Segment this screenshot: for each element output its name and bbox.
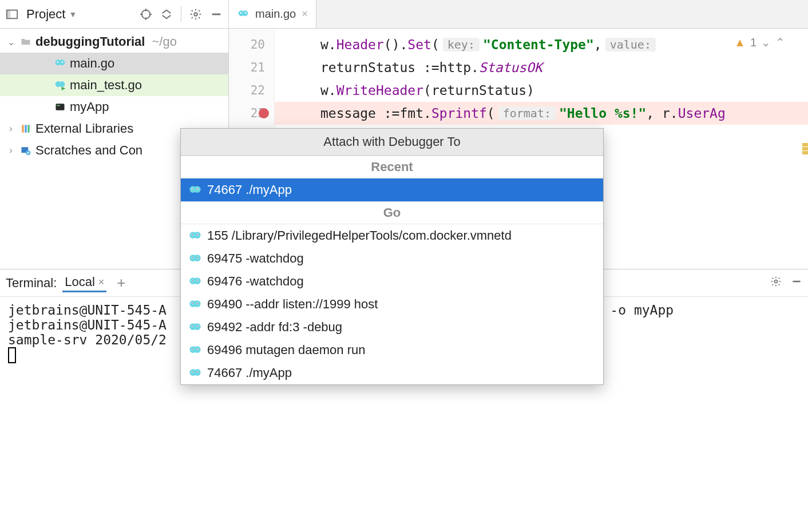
popup-item-label: 69476 -watchdog — [207, 274, 304, 289]
attach-debugger-popup: Attach with Debugger To Recent74667 ./my… — [180, 128, 604, 385]
svg-point-64 — [197, 325, 198, 326]
popup-process-item[interactable]: 69475 -watchdog — [181, 247, 603, 270]
editor-tabs: main.go × — [229, 0, 808, 29]
term-line: jetbrains@UNIT-545-A — [8, 317, 167, 332]
svg-point-63 — [192, 325, 193, 326]
popup-title: Attach with Debugger To — [181, 129, 603, 156]
chevron-right-icon: › — [6, 145, 16, 156]
tree-root[interactable]: ⌄ debuggingTutorial ~/go — [0, 31, 228, 53]
svg-rect-17 — [57, 105, 60, 106]
svg-point-45 — [192, 257, 193, 257]
popup-section-header: Recent — [181, 156, 603, 178]
add-terminal-button[interactable]: + — [117, 274, 125, 292]
project-view-icon[interactable] — [6, 8, 18, 21]
svg-point-76 — [197, 371, 198, 372]
svg-point-26 — [245, 12, 247, 14]
scratches-icon — [19, 144, 32, 157]
gopher-icon — [189, 229, 201, 242]
svg-point-34 — [197, 188, 198, 189]
popup-process-item[interactable]: 74667 ./myApp — [181, 178, 603, 201]
svg-point-57 — [192, 303, 193, 303]
code-line: message := fmt.Sprintf(format:"Hello %s!… — [275, 102, 808, 125]
gear-icon[interactable] — [189, 8, 202, 21]
gopher-icon — [189, 321, 201, 334]
tree-file-main-go[interactable]: main.go — [0, 53, 228, 74]
warning-icon: ▲ — [734, 36, 746, 49]
tab-main-go[interactable]: main.go × — [229, 0, 316, 28]
terminal-title: Terminal: — [6, 276, 57, 291]
terminal-tab-label: Local — [65, 275, 95, 289]
svg-point-25 — [240, 12, 242, 14]
popup-item-label: 74667 ./myApp — [207, 366, 292, 380]
tree-root-name: debuggingTutorial — [35, 34, 145, 49]
chevron-right-icon: › — [6, 124, 16, 134]
svg-point-70 — [197, 348, 198, 349]
minimize-icon[interactable] — [791, 276, 802, 291]
collapse-icon[interactable] — [160, 8, 173, 21]
gopher-icon — [189, 252, 201, 265]
code-line: w.WriteHeader(returnStatus) — [275, 79, 808, 102]
popup-process-item[interactable]: 74667 ./myApp — [181, 362, 603, 384]
terminal-tab-local[interactable]: Local × — [62, 273, 106, 292]
svg-rect-16 — [56, 104, 65, 110]
svg-rect-20 — [27, 125, 29, 132]
gopher-icon — [189, 184, 201, 196]
popup-process-item[interactable]: 69490 --addr listen://1999 host — [181, 293, 603, 316]
popup-process-item[interactable]: 69492 -addr fd:3 -debug — [181, 316, 603, 339]
svg-rect-19 — [25, 125, 26, 132]
svg-point-7 — [194, 13, 197, 16]
svg-point-51 — [192, 280, 193, 280]
svg-point-52 — [197, 280, 198, 280]
project-dropdown[interactable]: Project ▼ — [22, 5, 81, 24]
svg-point-40 — [197, 234, 198, 235]
project-label: Project — [26, 7, 65, 22]
close-icon[interactable]: × — [98, 276, 105, 288]
library-icon — [19, 122, 32, 135]
tree-root-path: ~/go — [152, 34, 176, 49]
gopher-icon — [189, 298, 201, 311]
gopher-icon — [189, 344, 201, 356]
tree-file-main-test-go[interactable]: main_test.go — [0, 74, 228, 96]
code-line: returnStatus := http.StatusOK — [275, 56, 808, 79]
popup-process-item[interactable]: 155 /Library/PrivilegedHelperTools/com.d… — [181, 224, 603, 247]
chevron-down-icon: ⌄ — [6, 37, 16, 47]
popup-item-label: 69475 -watchdog — [207, 251, 304, 266]
tree-file-myapp[interactable]: myApp — [0, 96, 228, 118]
svg-rect-1 — [7, 10, 10, 18]
svg-point-46 — [197, 257, 198, 257]
breakpoint-icon[interactable] — [259, 108, 269, 118]
tree-item-label: myApp — [70, 100, 109, 114]
svg-point-2 — [142, 10, 150, 18]
line-number: 21 — [251, 61, 265, 74]
inspection-widget[interactable]: ▲ 1 ⌄ ⌃ — [734, 35, 785, 49]
popup-item-label: 155 /Library/PrivilegedHelperTools/com.d… — [207, 228, 512, 243]
svg-point-14 — [59, 81, 65, 87]
popup-process-item[interactable]: 69496 mutagen daemon run — [181, 339, 603, 362]
term-line: jetbrains@UNIT-545-A — [8, 303, 167, 317]
line-number: 22 — [251, 84, 265, 97]
popup-item-label: 74667 ./myApp — [207, 182, 292, 197]
warning-count: 1 — [750, 36, 756, 49]
gopher-icon — [189, 367, 201, 379]
svg-point-39 — [192, 234, 193, 235]
target-icon[interactable] — [140, 8, 152, 21]
binary-file-icon — [54, 101, 66, 113]
popup-item-label: 69490 --addr listen://1999 host — [207, 297, 378, 312]
minimize-icon[interactable] — [210, 8, 223, 21]
svg-point-33 — [192, 188, 193, 189]
svg-point-69 — [192, 348, 193, 349]
go-test-file-icon — [54, 79, 66, 92]
sidebar-header: Project ▼ — [0, 0, 228, 29]
tree-item-label: Scratches and Con — [35, 143, 142, 158]
gear-icon[interactable] — [770, 276, 782, 291]
chevron-up-icon[interactable]: ⌃ — [775, 35, 785, 49]
svg-point-27 — [775, 280, 778, 283]
tree-item-label: main.go — [70, 56, 114, 71]
chevron-down-icon[interactable]: ⌄ — [761, 35, 771, 49]
close-icon[interactable]: × — [302, 8, 308, 20]
svg-rect-18 — [22, 125, 23, 132]
popup-process-item[interactable]: 69476 -watchdog — [181, 270, 603, 293]
tab-label: main.go — [255, 7, 296, 21]
error-stripe[interactable] — [801, 29, 808, 269]
go-file-icon — [54, 57, 66, 70]
